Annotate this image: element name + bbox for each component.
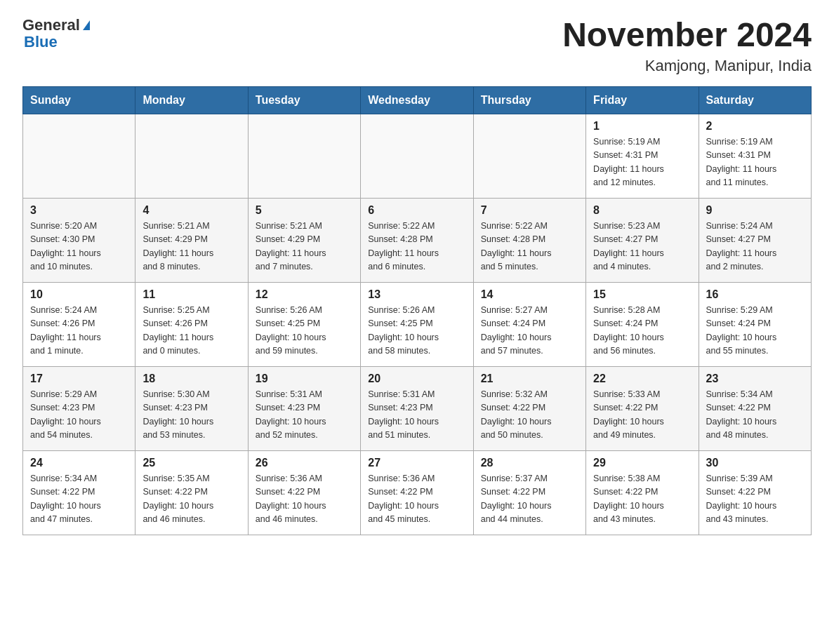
- day-number: 1: [593, 120, 691, 133]
- day-info: Sunrise: 5:21 AM Sunset: 4:29 PM Dayligh…: [256, 220, 353, 274]
- logo-text-general: General: [22, 17, 80, 34]
- day-info: Sunrise: 5:31 AM Sunset: 4:23 PM Dayligh…: [368, 388, 465, 443]
- calendar-cell: 17Sunrise: 5:29 AM Sunset: 4:23 PM Dayli…: [23, 366, 135, 450]
- day-info: Sunrise: 5:30 AM Sunset: 4:23 PM Dayligh…: [143, 388, 240, 443]
- day-number: 30: [706, 457, 804, 469]
- calendar-cell: 1Sunrise: 5:19 AM Sunset: 4:31 PM Daylig…: [586, 114, 699, 198]
- day-number: 15: [593, 288, 691, 301]
- week-row-5: 24Sunrise: 5:34 AM Sunset: 4:22 PM Dayli…: [23, 450, 812, 535]
- calendar-cell: 10Sunrise: 5:24 AM Sunset: 4:26 PM Dayli…: [23, 282, 135, 366]
- day-number: 4: [143, 204, 240, 217]
- calendar-cell: 19Sunrise: 5:31 AM Sunset: 4:23 PM Dayli…: [248, 366, 360, 450]
- day-info: Sunrise: 5:36 AM Sunset: 4:22 PM Dayligh…: [256, 472, 353, 527]
- calendar-cell: 14Sunrise: 5:27 AM Sunset: 4:24 PM Dayli…: [473, 282, 585, 366]
- week-row-1: 1Sunrise: 5:19 AM Sunset: 4:31 PM Daylig…: [23, 114, 812, 198]
- day-info: Sunrise: 5:28 AM Sunset: 4:24 PM Dayligh…: [593, 304, 691, 358]
- day-number: 27: [368, 457, 465, 469]
- logo: General Blue: [22, 17, 90, 51]
- day-number: 21: [481, 373, 578, 385]
- calendar-cell: 7Sunrise: 5:22 AM Sunset: 4:28 PM Daylig…: [473, 198, 585, 282]
- calendar-cell: 16Sunrise: 5:29 AM Sunset: 4:24 PM Dayli…: [699, 282, 811, 366]
- title-block: November 2024 Kamjong, Manipur, India: [562, 17, 812, 75]
- calendar-cell: 30Sunrise: 5:39 AM Sunset: 4:22 PM Dayli…: [699, 450, 811, 535]
- header-cell-saturday: Saturday: [699, 86, 811, 114]
- header-cell-sunday: Sunday: [23, 86, 135, 114]
- calendar-cell: 21Sunrise: 5:32 AM Sunset: 4:22 PM Dayli…: [473, 366, 585, 450]
- calendar-cell: 15Sunrise: 5:28 AM Sunset: 4:24 PM Dayli…: [586, 282, 699, 366]
- day-info: Sunrise: 5:26 AM Sunset: 4:25 PM Dayligh…: [256, 304, 353, 358]
- day-number: 23: [706, 373, 804, 385]
- day-info: Sunrise: 5:27 AM Sunset: 4:24 PM Dayligh…: [481, 304, 578, 358]
- day-number: 10: [30, 288, 128, 301]
- day-info: Sunrise: 5:22 AM Sunset: 4:28 PM Dayligh…: [481, 220, 578, 274]
- logo-triangle-icon: [83, 20, 90, 30]
- day-info: Sunrise: 5:24 AM Sunset: 4:26 PM Dayligh…: [30, 304, 128, 358]
- day-number: 19: [256, 373, 353, 385]
- day-number: 3: [30, 204, 128, 217]
- header-cell-friday: Friday: [586, 86, 699, 114]
- calendar-cell: 3Sunrise: 5:20 AM Sunset: 4:30 PM Daylig…: [23, 198, 135, 282]
- day-info: Sunrise: 5:22 AM Sunset: 4:28 PM Dayligh…: [368, 220, 465, 274]
- calendar-cell: 2Sunrise: 5:19 AM Sunset: 4:31 PM Daylig…: [699, 114, 811, 198]
- day-number: 9: [706, 204, 804, 217]
- calendar-cell: 6Sunrise: 5:22 AM Sunset: 4:28 PM Daylig…: [361, 198, 473, 282]
- calendar-cell: 23Sunrise: 5:34 AM Sunset: 4:22 PM Dayli…: [699, 366, 811, 450]
- calendar-cell: 13Sunrise: 5:26 AM Sunset: 4:25 PM Dayli…: [361, 282, 473, 366]
- header-cell-tuesday: Tuesday: [248, 86, 360, 114]
- day-number: 5: [256, 204, 353, 217]
- calendar-cell: 11Sunrise: 5:25 AM Sunset: 4:26 PM Dayli…: [135, 282, 248, 366]
- day-info: Sunrise: 5:34 AM Sunset: 4:22 PM Dayligh…: [706, 388, 804, 443]
- day-info: Sunrise: 5:32 AM Sunset: 4:22 PM Dayligh…: [481, 388, 578, 443]
- week-row-3: 10Sunrise: 5:24 AM Sunset: 4:26 PM Dayli…: [23, 282, 812, 366]
- calendar-cell: 25Sunrise: 5:35 AM Sunset: 4:22 PM Dayli…: [135, 450, 248, 535]
- calendar-cell: 4Sunrise: 5:21 AM Sunset: 4:29 PM Daylig…: [135, 198, 248, 282]
- day-info: Sunrise: 5:31 AM Sunset: 4:23 PM Dayligh…: [256, 388, 353, 443]
- calendar-cell: 8Sunrise: 5:23 AM Sunset: 4:27 PM Daylig…: [586, 198, 699, 282]
- day-number: 28: [481, 457, 578, 469]
- day-number: 6: [368, 204, 465, 217]
- day-info: Sunrise: 5:19 AM Sunset: 4:31 PM Dayligh…: [593, 135, 691, 190]
- day-number: 14: [481, 288, 578, 301]
- header-cell-monday: Monday: [135, 86, 248, 114]
- day-info: Sunrise: 5:33 AM Sunset: 4:22 PM Dayligh…: [593, 388, 691, 443]
- day-info: Sunrise: 5:39 AM Sunset: 4:22 PM Dayligh…: [706, 472, 804, 527]
- calendar-cell: 27Sunrise: 5:36 AM Sunset: 4:22 PM Dayli…: [361, 450, 473, 535]
- calendar-cell: 24Sunrise: 5:34 AM Sunset: 4:22 PM Dayli…: [23, 450, 135, 535]
- calendar-cell: 29Sunrise: 5:38 AM Sunset: 4:22 PM Dayli…: [586, 450, 699, 535]
- header-cell-thursday: Thursday: [473, 86, 585, 114]
- page-subtitle: Kamjong, Manipur, India: [562, 57, 812, 75]
- calendar-cell: [473, 114, 585, 198]
- day-number: 18: [143, 373, 240, 385]
- calendar-cell: 12Sunrise: 5:26 AM Sunset: 4:25 PM Dayli…: [248, 282, 360, 366]
- day-info: Sunrise: 5:35 AM Sunset: 4:22 PM Dayligh…: [143, 472, 240, 527]
- calendar-cell: 20Sunrise: 5:31 AM Sunset: 4:23 PM Dayli…: [361, 366, 473, 450]
- day-info: Sunrise: 5:34 AM Sunset: 4:22 PM Dayligh…: [30, 472, 128, 527]
- day-info: Sunrise: 5:24 AM Sunset: 4:27 PM Dayligh…: [706, 220, 804, 274]
- calendar-header: SundayMondayTuesdayWednesdayThursdayFrid…: [23, 86, 812, 114]
- day-number: 16: [706, 288, 804, 301]
- page-header: General Blue November 2024 Kamjong, Mani…: [22, 17, 812, 75]
- calendar-cell: [248, 114, 360, 198]
- day-info: Sunrise: 5:38 AM Sunset: 4:22 PM Dayligh…: [593, 472, 691, 527]
- calendar-table: SundayMondayTuesdayWednesdayThursdayFrid…: [22, 86, 812, 535]
- day-info: Sunrise: 5:23 AM Sunset: 4:27 PM Dayligh…: [593, 220, 691, 274]
- calendar-cell: 5Sunrise: 5:21 AM Sunset: 4:29 PM Daylig…: [248, 198, 360, 282]
- header-cell-wednesday: Wednesday: [361, 86, 473, 114]
- day-info: Sunrise: 5:36 AM Sunset: 4:22 PM Dayligh…: [368, 472, 465, 527]
- week-row-4: 17Sunrise: 5:29 AM Sunset: 4:23 PM Dayli…: [23, 366, 812, 450]
- day-number: 22: [593, 373, 691, 385]
- day-info: Sunrise: 5:29 AM Sunset: 4:24 PM Dayligh…: [706, 304, 804, 358]
- calendar-cell: [135, 114, 248, 198]
- day-number: 13: [368, 288, 465, 301]
- calendar-cell: 22Sunrise: 5:33 AM Sunset: 4:22 PM Dayli…: [586, 366, 699, 450]
- day-info: Sunrise: 5:26 AM Sunset: 4:25 PM Dayligh…: [368, 304, 465, 358]
- header-row: SundayMondayTuesdayWednesdayThursdayFrid…: [23, 86, 812, 114]
- logo-text-blue: Blue: [24, 34, 58, 51]
- day-number: 7: [481, 204, 578, 217]
- calendar-body: 1Sunrise: 5:19 AM Sunset: 4:31 PM Daylig…: [23, 114, 812, 535]
- day-info: Sunrise: 5:25 AM Sunset: 4:26 PM Dayligh…: [143, 304, 240, 358]
- calendar-cell: [361, 114, 473, 198]
- day-number: 8: [593, 204, 691, 217]
- calendar-cell: 26Sunrise: 5:36 AM Sunset: 4:22 PM Dayli…: [248, 450, 360, 535]
- day-number: 25: [143, 457, 240, 469]
